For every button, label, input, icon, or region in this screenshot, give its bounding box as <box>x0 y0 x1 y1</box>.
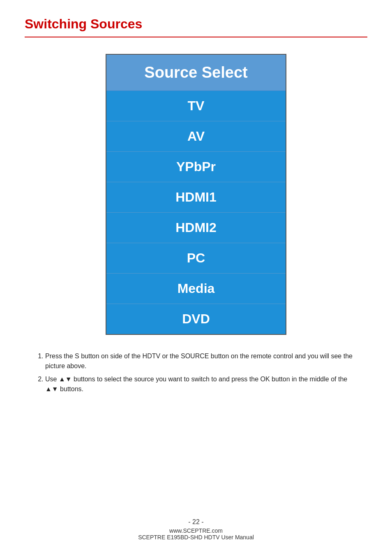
page-footer: - 22 - www.SCEPTRE.com SCEPTRE E195BD-SH… <box>0 518 392 541</box>
instruction-item: Press the S button on side of the HDTV o… <box>45 351 359 371</box>
source-item[interactable]: DVD <box>106 304 286 334</box>
source-select-header: Source Select <box>106 55 286 91</box>
page-title: Switching Sources <box>25 16 367 32</box>
source-item[interactable]: Media <box>106 274 286 304</box>
source-item-label: Media <box>178 281 215 296</box>
source-item[interactable]: YPbPr <box>106 152 286 182</box>
page-number: - 22 - <box>0 518 392 526</box>
source-select-title: Source Select <box>144 64 247 81</box>
source-item[interactable]: HDMI2 <box>106 213 286 243</box>
section-divider <box>25 37 367 37</box>
source-item-label: PC <box>187 251 205 265</box>
source-item-label: TV <box>188 98 205 113</box>
source-item[interactable]: PC <box>106 243 286 274</box>
footer-manual: SCEPTRE E195BD-SHD HDTV User Manual <box>0 534 392 541</box>
source-item-label: DVD <box>182 311 210 326</box>
source-item[interactable]: HDMI1 <box>106 182 286 213</box>
source-select-menu: Source Select TVAVYPbPrHDMI1HDMI2PCMedia… <box>106 54 286 335</box>
source-item-label: AV <box>187 129 205 144</box>
source-item[interactable]: AV <box>106 121 286 152</box>
source-item[interactable]: TV <box>106 91 286 121</box>
footer-url: www.SCEPTRE.com <box>0 527 392 534</box>
instruction-item: Use ▲▼ buttons to select the source you … <box>45 374 359 394</box>
source-item-label: YPbPr <box>176 159 216 174</box>
instructions-section: Press the S button on side of the HDTV o… <box>25 351 367 394</box>
source-item-label: HDMI1 <box>175 190 217 204</box>
source-item-label: HDMI2 <box>175 220 217 235</box>
